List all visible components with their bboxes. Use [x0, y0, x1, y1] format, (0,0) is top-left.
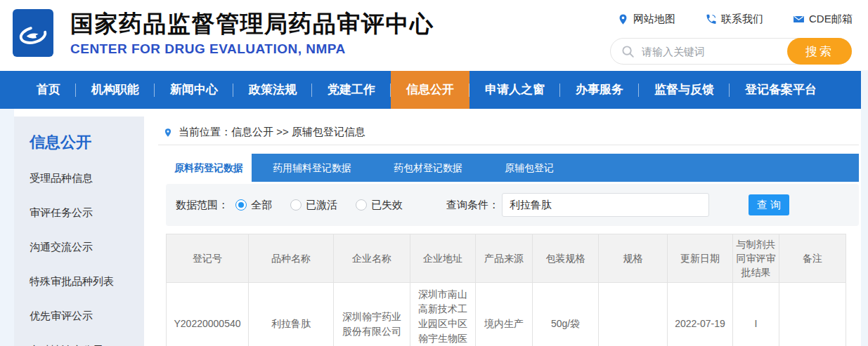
cell-joint-review-result: I	[733, 283, 779, 346]
search-icon	[621, 45, 635, 58]
radio-label-activated: 已激活	[306, 199, 337, 212]
site-search-button[interactable]: 搜索	[787, 38, 852, 65]
header-cell-update-date: 更新日期	[668, 234, 733, 283]
radio-icon-all[interactable]	[235, 199, 247, 211]
contact-link-label: 联系我们	[721, 13, 763, 26]
nav-item-supervision-feedback[interactable]: 监督与反馈	[639, 71, 730, 109]
cell-update-date: 2022-07-19	[668, 283, 733, 346]
page-scrollbar-track[interactable]	[861, 70, 868, 346]
header-cell-company-name: 企业名称	[334, 234, 410, 283]
site-header: 国家药品监督管理局药品审评中心 CENTER FOR DRUG EVALUATI…	[0, 0, 868, 71]
filter-bar: 数据范围： 全部 已激活 已失效 查询条件： 查 询	[166, 184, 859, 226]
header-cell-company-address: 企业地址	[410, 234, 476, 283]
cell-spec	[599, 283, 668, 346]
sidebar-item-communication[interactable]: 沟通交流公示	[14, 230, 144, 265]
sidebar-item-special-approval[interactable]: 特殊审批品种列表	[14, 265, 144, 299]
nav-item-home[interactable]: 首页	[21, 71, 76, 109]
nav-item-registration-platform[interactable]: 登记备案平台	[730, 71, 832, 109]
phone-icon	[705, 13, 717, 25]
nav-item-applicant-window[interactable]: 申请人之窗	[469, 71, 560, 109]
site-search-input[interactable]	[642, 39, 782, 64]
nav-item-info-disclosure[interactable]: 信息公开	[391, 71, 469, 109]
header-cell-spec: 规格	[599, 234, 668, 283]
header-cell-product-source: 产品来源	[476, 234, 533, 283]
table-row: Y20220000540 利拉鲁肽 深圳翰宇药业股份有限公司 深圳市南山高新技术…	[167, 283, 846, 346]
sitemap-link[interactable]: 网站地图	[617, 13, 675, 26]
query-condition-label: 查询条件：	[446, 199, 499, 212]
sidebar-item-accepted-varieties[interactable]: 受理品种信息	[14, 161, 144, 196]
cde-mail-link[interactable]: CDE邮箱	[793, 13, 853, 26]
radio-icon-activated[interactable]	[290, 199, 302, 211]
site-title-en: CENTER FOR DRUG EVALUATION, NMPA	[70, 41, 434, 57]
sidebar-item-priority-review[interactable]: 优先审评公示	[14, 299, 144, 333]
nav-item-functions[interactable]: 机构职能	[76, 71, 155, 109]
site-title-cn: 国家药品监督管理局药品审评中心	[70, 10, 434, 38]
results-table-wrap: 登记号 品种名称 企业名称 企业地址 产品来源 包装规格 规格 更新日期 与制剂…	[166, 234, 846, 346]
map-pin-icon	[617, 13, 629, 25]
nav-item-services[interactable]: 办事服务	[560, 71, 639, 109]
mail-icon	[793, 13, 805, 25]
cell-registration-no: Y20220000540	[167, 283, 249, 346]
location-pin-icon	[163, 126, 173, 139]
sitemap-link-label: 网站地图	[633, 13, 675, 26]
cell-company-address: 深圳市南山高新技术工业园区中区翰宇生物医药园	[410, 283, 476, 346]
cell-product-source: 境内生产	[476, 283, 533, 346]
main-nav: 首页 机构职能 新闻中心 政策法规 党建工作 信息公开 申请人之窗 办事服务 监…	[0, 71, 861, 109]
cell-package-spec: 50g/袋	[533, 283, 599, 346]
header-cell-variety-name: 品种名称	[249, 234, 334, 283]
registration-data-tabs: 原料药登记数据 药用辅料登记数据 药包材登记数据 原辅包登记	[166, 154, 859, 182]
nav-item-news[interactable]: 新闻中心	[155, 71, 233, 109]
breadcrumb-text: 当前位置：信息公开 >> 原辅包登记信息	[179, 126, 365, 139]
sidebar-item-review-tasks[interactable]: 审评任务公示	[14, 196, 144, 230]
table-header-row: 登记号 品种名称 企业名称 企业地址 产品来源 包装规格 规格 更新日期 与制剂…	[167, 234, 846, 283]
header-cell-joint-review-result: 与制剂共同审评审批结果	[733, 234, 779, 283]
header-quick-links: 网站地图 联系我们 CDE邮箱	[617, 13, 853, 26]
nav-item-policies[interactable]: 政策法规	[233, 71, 312, 109]
header-cell-registration-no: 登记号	[167, 234, 249, 283]
radio-option-all[interactable]: 全部	[235, 199, 272, 212]
header-cell-remarks: 备注	[779, 234, 846, 283]
header-cell-package-spec: 包装规格	[533, 234, 599, 283]
tab-excipient-registration[interactable]: 药用辅料登记数据	[252, 154, 373, 182]
sidebar-item-breakthrough-therapy[interactable]: 突破性治疗公示	[14, 333, 144, 346]
cell-company-name: 深圳翰宇药业股份有限公司	[334, 283, 410, 346]
radio-option-expired[interactable]: 已失效	[356, 199, 403, 212]
query-button[interactable]: 查 询	[749, 194, 789, 215]
radio-icon-expired[interactable]	[356, 199, 367, 211]
cell-remarks	[779, 283, 846, 346]
sidebar-title: 信息公开	[30, 132, 144, 153]
site-title-block: 国家药品监督管理局药品审评中心 CENTER FOR DRUG EVALUATI…	[70, 10, 434, 57]
site-search-bar: 搜索	[610, 38, 852, 65]
nav-item-party-building[interactable]: 党建工作	[312, 71, 391, 109]
cell-variety-name: 利拉鲁肽	[249, 283, 334, 346]
radio-option-activated[interactable]: 已激活	[290, 199, 337, 212]
results-table: 登记号 品种名称 企业名称 企业地址 产品来源 包装规格 规格 更新日期 与制剂…	[166, 234, 846, 346]
tab-raw-aux-pack-registration[interactable]: 原辅包登记	[484, 154, 575, 182]
contact-link[interactable]: 联系我们	[705, 13, 763, 26]
cde-mail-link-label: CDE邮箱	[809, 13, 853, 26]
scope-label: 数据范围：	[176, 199, 228, 212]
page-left-gutter	[0, 109, 14, 346]
radio-label-expired: 已失效	[371, 199, 403, 212]
tab-packaging-registration[interactable]: 药包材登记数据	[373, 154, 484, 182]
query-condition-input[interactable]	[502, 193, 709, 217]
tab-api-registration[interactable]: 原料药登记数据	[166, 154, 252, 182]
breadcrumb-divider	[158, 145, 859, 145]
sidebar-info-disclosure: 信息公开 受理品种信息 审评任务公示 沟通交流公示 特殊审批品种列表 优先审评公…	[14, 117, 144, 346]
cde-logo-icon	[17, 15, 49, 51]
cde-logo	[13, 9, 53, 57]
radio-label-all: 全部	[251, 199, 272, 212]
breadcrumb: 当前位置：信息公开 >> 原辅包登记信息	[163, 126, 365, 139]
